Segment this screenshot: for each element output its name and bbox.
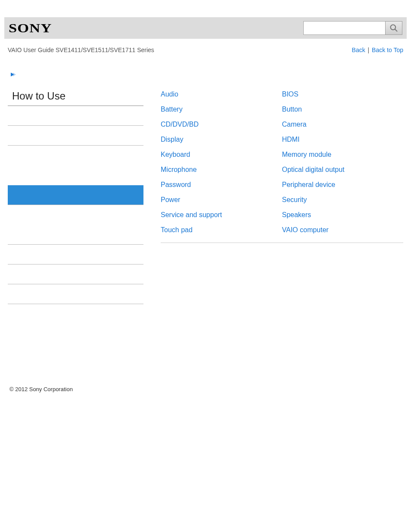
link-peripheral-device[interactable]: Peripheral device [282, 177, 404, 192]
back-link[interactable]: Back [352, 47, 365, 53]
separator: | [366, 47, 371, 53]
sidebar-item-active[interactable] [8, 185, 143, 205]
guide-title: VAIO User Guide SVE1411/SVE1511/SVE1711 … [8, 47, 154, 53]
subheader: VAIO User Guide SVE1411/SVE1511/SVE1711 … [0, 39, 411, 53]
link-column-left: Audio Battery CD/DVD/BD Display Keyboard… [161, 87, 282, 237]
link-columns: Audio Battery CD/DVD/BD Display Keyboard… [161, 87, 403, 237]
sidebar-item[interactable] [8, 146, 143, 165]
main-content: How to Use Audio Battery CD/DVD/BD Displ… [0, 84, 411, 304]
sidebar-item[interactable] [8, 106, 143, 126]
link-battery[interactable]: Battery [161, 102, 282, 117]
search-button[interactable] [385, 21, 402, 35]
footer-copyright: © 2012 Sony Corporation [0, 304, 411, 392]
link-security[interactable]: Security [282, 192, 404, 207]
search-input[interactable] [303, 21, 385, 35]
sidebar-title: How to Use [8, 84, 143, 106]
content-divider [161, 243, 403, 243]
link-speakers[interactable]: Speakers [282, 207, 404, 222]
sidebar-item[interactable] [8, 284, 143, 304]
sidebar-item[interactable] [8, 205, 143, 225]
link-password[interactable]: Password [161, 177, 282, 192]
link-audio[interactable]: Audio [161, 87, 282, 102]
sidebar-item[interactable] [8, 126, 143, 146]
search-icon [389, 24, 398, 32]
back-to-top-link[interactable]: Back to Top [372, 47, 403, 53]
svg-line-1 [395, 29, 397, 31]
link-keyboard[interactable]: Keyboard [161, 147, 282, 162]
sidebar-item[interactable] [8, 245, 143, 264]
link-service-support[interactable]: Service and support [161, 207, 282, 222]
header-bar: SONY [4, 17, 407, 39]
link-microphone[interactable]: Microphone [161, 162, 282, 177]
link-memory-module[interactable]: Memory module [282, 147, 404, 162]
sidebar-item[interactable] [8, 264, 143, 284]
arrow-icon [9, 71, 411, 80]
link-display[interactable]: Display [161, 132, 282, 147]
link-cd-dvd-bd[interactable]: CD/DVD/BD [161, 117, 282, 132]
nav-links: Back | Back to Top [352, 47, 403, 53]
link-column-right: BIOS Button Camera HDMI Memory module Op… [282, 87, 404, 237]
link-touch-pad[interactable]: Touch pad [161, 222, 282, 237]
link-bios[interactable]: BIOS [282, 87, 404, 102]
search-box [303, 21, 402, 35]
link-camera[interactable]: Camera [282, 117, 404, 132]
sidebar-item[interactable] [8, 225, 143, 245]
sidebar: How to Use [8, 84, 143, 304]
content-area: Audio Battery CD/DVD/BD Display Keyboard… [143, 87, 403, 243]
sony-logo: SONY [9, 21, 52, 35]
link-hdmi[interactable]: HDMI [282, 132, 404, 147]
link-button[interactable]: Button [282, 102, 404, 117]
sidebar-item[interactable] [8, 165, 143, 185]
link-vaio-computer[interactable]: VAIO computer [282, 222, 404, 237]
link-optical-digital-output[interactable]: Optical digital output [282, 162, 404, 177]
link-power[interactable]: Power [161, 192, 282, 207]
